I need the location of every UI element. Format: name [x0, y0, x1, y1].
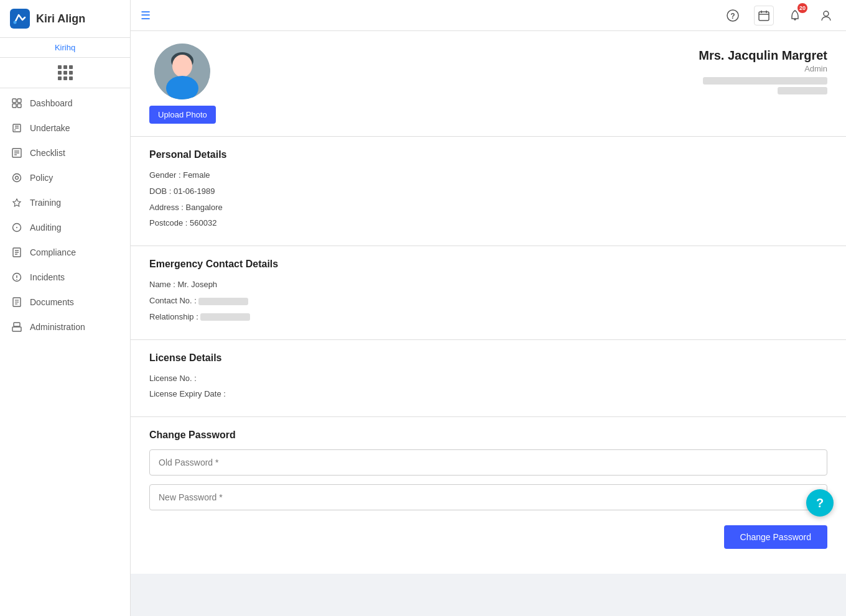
app-logo [10, 9, 30, 29]
svg-point-39 [794, 19, 796, 21]
sidebar-item-label-documents: Documents [30, 297, 74, 307]
administration-icon [11, 321, 22, 333]
sidebar-item-label-checklist: Checklist [30, 148, 65, 158]
undertake-icon [11, 122, 22, 134]
profile-role: Admin [235, 64, 827, 73]
upload-photo-button[interactable]: Upload Photo [149, 106, 216, 124]
address-row: Address : Bangalore [149, 201, 827, 214]
app-name: Kiri Align [36, 12, 85, 25]
training-icon [11, 197, 22, 208]
svg-point-1 [14, 21, 17, 24]
svg-rect-2 [12, 99, 16, 103]
dashboard-icon [11, 98, 22, 109]
svg-point-13 [13, 174, 21, 182]
hamburger-button[interactable]: ☰ [141, 9, 151, 22]
change-password-title: Change Password [149, 430, 827, 441]
profile-email [235, 76, 827, 94]
sidebar-item-incidents[interactable]: Incidents [0, 265, 130, 290]
license-expiry-row: License Expiry Date : [149, 388, 827, 401]
sidebar-item-label-dashboard: Dashboard [30, 98, 73, 108]
sidebar-item-policy[interactable]: Policy [0, 165, 130, 190]
profile-name: Mrs. Jacqulin Margret [235, 48, 827, 63]
svg-point-14 [16, 177, 19, 180]
documents-icon [11, 297, 22, 308]
svg-point-40 [824, 11, 829, 16]
svg-rect-3 [17, 99, 21, 103]
svg-rect-30 [14, 323, 20, 326]
svg-rect-34 [759, 12, 769, 21]
emergency-contact-card: Emergency Contact Details Name : Mr. Jos… [131, 246, 846, 339]
ec-name-row: Name : Mr. Joseph [149, 278, 827, 292]
svg-point-24 [16, 279, 17, 280]
svg-point-43 [172, 55, 192, 77]
policy-icon [11, 172, 22, 183]
user-profile-icon[interactable] [816, 6, 836, 25]
auditing-icon [11, 222, 22, 233]
sidebar: Kiri Align Kirihq DashboardUndertakeChec… [0, 0, 131, 616]
svg-rect-5 [17, 104, 21, 108]
apps-grid [58, 65, 73, 80]
sidebar-item-label-auditing: Auditing [30, 223, 62, 232]
postcode-row: Postcode : 560032 [149, 217, 827, 230]
sidebar-apps-icon[interactable] [0, 58, 130, 88]
personal-details-title: Personal Details [149, 149, 827, 160]
profile-section: Upload Photo Mrs. Jacqulin Margret Admin [131, 31, 846, 137]
checklist-icon [11, 147, 22, 159]
sidebar-item-auditing[interactable]: Auditing [0, 215, 130, 240]
emergency-contact-title: Emergency Contact Details [149, 259, 827, 270]
notification-icon[interactable]: 20 [785, 6, 805, 25]
sidebar-item-label-policy: Policy [30, 173, 53, 183]
calendar-icon[interactable] [754, 6, 774, 25]
notification-badge: 20 [797, 3, 807, 13]
sidebar-item-label-compliance: Compliance [30, 247, 76, 257]
incidents-icon [11, 272, 22, 283]
svg-text:?: ? [730, 12, 735, 21]
license-details-title: License Details [149, 352, 827, 364]
help-fab[interactable]: ? [806, 489, 834, 517]
change-password-card: Change Password Change Password [131, 417, 846, 574]
change-password-button[interactable]: Change Password [724, 525, 827, 549]
main: ☰ ? [131, 0, 846, 616]
sidebar-item-dashboard[interactable]: Dashboard [0, 91, 130, 116]
compliance-icon [11, 247, 22, 258]
ec-contact-row: Contact No. : [149, 295, 827, 308]
license-details-card: License Details License No. : License Ex… [131, 340, 846, 418]
topbar-left: ☰ [141, 9, 151, 22]
sidebar-item-documents[interactable]: Documents [0, 290, 130, 315]
sidebar-item-administration[interactable]: Administration [0, 315, 130, 339]
new-password-input[interactable] [149, 484, 827, 510]
sidebar-header: Kiri Align [0, 0, 130, 38]
sidebar-item-label-administration: Administration [30, 322, 85, 332]
svg-point-17 [16, 227, 17, 228]
svg-rect-0 [10, 9, 30, 29]
old-password-input[interactable] [149, 449, 827, 476]
sidebar-org: Kirihq [0, 38, 130, 58]
topbar: ☰ ? [131, 0, 846, 31]
sidebar-item-label-undertake: Undertake [30, 123, 70, 133]
svg-rect-29 [12, 327, 21, 331]
content-area: Upload Photo Mrs. Jacqulin Margret Admin… [131, 31, 846, 616]
profile-info: Mrs. Jacqulin Margret Admin [235, 44, 827, 94]
avatar-area: Upload Photo [149, 44, 216, 124]
svg-rect-4 [12, 104, 16, 108]
personal-details-card: Personal Details Gender : Female DOB : 0… [131, 137, 846, 246]
sidebar-item-training[interactable]: Training [0, 190, 130, 215]
ec-relationship-row: Relationship : [149, 311, 827, 324]
sidebar-nav: DashboardUndertakeChecklistPolicyTrainin… [0, 88, 130, 616]
topbar-icons: ? 20 [723, 6, 836, 25]
sidebar-item-compliance[interactable]: Compliance [0, 240, 130, 265]
license-no-row: License No. : [149, 372, 827, 385]
avatar [154, 44, 210, 99]
sidebar-item-label-training: Training [30, 198, 61, 208]
svg-marker-15 [13, 199, 21, 206]
gender-row: Gender : Female [149, 169, 827, 182]
sidebar-item-checklist[interactable]: Checklist [0, 140, 130, 165]
dob-row: DOB : 01-06-1989 [149, 185, 827, 198]
sidebar-item-label-incidents: Incidents [30, 272, 65, 282]
sidebar-item-undertake[interactable]: Undertake [0, 116, 130, 140]
help-icon[interactable]: ? [723, 6, 743, 25]
